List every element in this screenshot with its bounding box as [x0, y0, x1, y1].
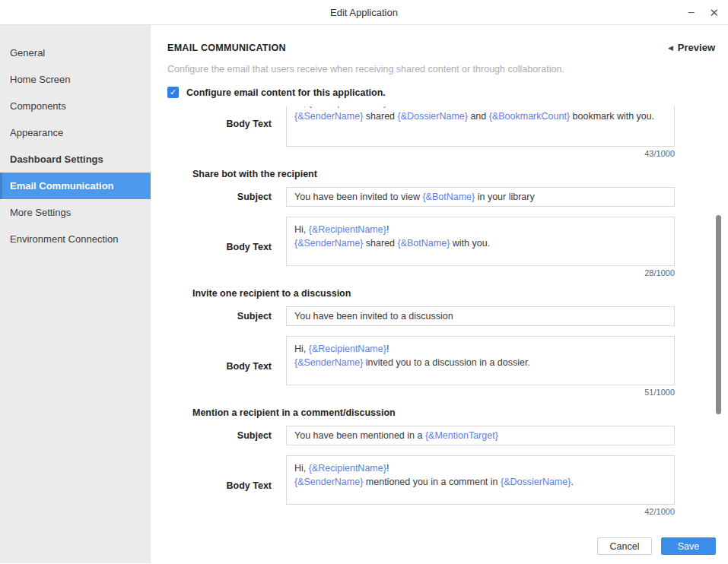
template-token: {&BotName} — [422, 192, 475, 202]
collapse-left-icon: ◀ — [668, 44, 673, 52]
field-box-wrap: You have been invited to view {&BotName}… — [286, 187, 675, 207]
field-label: Body Text — [167, 361, 286, 372]
field-label: Body Text — [167, 119, 286, 129]
sections: Body TextHi, {&RecipientName}!{&SenderNa… — [167, 106, 728, 516]
check-icon: ✓ — [170, 88, 176, 97]
template-token: {&SenderName} — [294, 357, 363, 368]
page-title: EMAIL COMMUNICATION — [167, 43, 286, 53]
close-icon[interactable]: ✕ — [709, 7, 719, 18]
char-counter: 43/1000 — [286, 149, 675, 158]
text-run: . — [571, 477, 573, 487]
field-label: Body Text — [167, 480, 286, 491]
section-heading: Invite one recipient to a discussion — [192, 288, 728, 299]
email-template-section: Invite one recipient to a discussionSubj… — [167, 288, 728, 397]
field-row: Body TextHi, {&RecipientName}!{&SenderNa… — [167, 217, 728, 277]
email-template-section: Mention a recipient in a comment/discuss… — [167, 407, 728, 516]
field-box-wrap: Hi, {&RecipientName}!{&SenderName} invit… — [286, 336, 675, 397]
text-run: Hi, — [294, 106, 309, 108]
sidebar-item-email-communication[interactable]: Email Communication — [0, 173, 151, 199]
save-button[interactable]: Save — [661, 537, 716, 555]
sidebar-item-general[interactable]: General — [0, 40, 151, 66]
body-text-input[interactable]: Hi, {&RecipientName}!{&SenderName} share… — [286, 106, 675, 147]
text-run: shared — [363, 111, 397, 122]
field-label: Subject — [167, 430, 286, 441]
text-run: ! — [386, 106, 389, 108]
field-row: SubjectYou have been invited to view {&B… — [167, 187, 728, 207]
text-run: ! — [386, 224, 389, 235]
subject-input[interactable]: You have been invited to a discussion — [286, 306, 675, 326]
preview-button[interactable]: ◀ Preview — [668, 42, 715, 53]
email-template-section: Body TextHi, {&RecipientName}!{&SenderNa… — [167, 106, 728, 158]
template-token: {&RecipientName} — [309, 344, 386, 354]
subject-input[interactable]: You have been invited to view {&BotName}… — [286, 187, 675, 207]
field-box-wrap: Hi, {&RecipientName}!{&SenderName} share… — [286, 217, 675, 277]
text-line: Hi, {&RecipientName}! — [294, 461, 666, 475]
sidebar-item-more-settings[interactable]: More Settings — [0, 199, 151, 226]
template-token: {&SenderName} — [294, 238, 363, 249]
template-token: {&RecipientName} — [309, 106, 386, 108]
text-line: You have been invited to view {&BotName}… — [294, 192, 535, 202]
char-counter: 51/1000 — [286, 388, 675, 397]
content-header: EMAIL COMMUNICATION ◀ Preview — [167, 42, 728, 53]
text-run: and — [468, 111, 489, 122]
field-label: Subject — [167, 311, 286, 322]
content-panel: EMAIL COMMUNICATION ◀ Preview Configure … — [151, 25, 728, 563]
window-controls: – ✕ — [688, 0, 719, 25]
preview-label: Preview — [678, 42, 715, 53]
body-text-input[interactable]: Hi, {&RecipientName}!{&SenderName} share… — [286, 217, 675, 266]
text-run: ! — [386, 463, 389, 474]
char-counter: 42/1000 — [286, 507, 675, 516]
scrollbar-thumb[interactable] — [716, 215, 721, 414]
field-row: Body TextHi, {&RecipientName}!{&SenderNa… — [167, 455, 728, 516]
text-run: invited you to a discussion in a dossier… — [363, 357, 530, 368]
text-run: mentioned you in a comment in — [363, 477, 501, 487]
section-heading: Mention a recipient in a comment/discuss… — [192, 407, 728, 418]
sidebar-item-environment-connection[interactable]: Environment Connection — [0, 226, 151, 252]
field-box-wrap: You have been invited to a discussion — [286, 306, 675, 326]
field-label: Body Text — [167, 242, 286, 252]
template-token: {&RecipientName} — [309, 463, 386, 474]
template-token: {&BotName} — [398, 238, 450, 249]
cancel-button[interactable]: Cancel — [597, 537, 652, 555]
field-label: Subject — [167, 192, 286, 202]
text-run: bookmark with you. — [570, 111, 654, 122]
configure-email-checkbox[interactable]: ✓ — [167, 87, 179, 98]
sidebar-item-home-screen[interactable]: Home Screen — [0, 66, 151, 93]
field-box-wrap: You have been mentioned in a {&MentionTa… — [286, 426, 675, 445]
text-line: {&SenderName} shared {&BotName} with you… — [294, 236, 666, 250]
subject-input[interactable]: You have been mentioned in a {&MentionTa… — [286, 426, 675, 445]
template-token: {&SenderName} — [294, 111, 363, 122]
text-run: with you. — [450, 238, 490, 249]
configure-email-checkbox-label: Configure email content for this applica… — [186, 87, 386, 98]
text-line: {&SenderName} mentioned you in a comment… — [294, 475, 666, 489]
body-text-input[interactable]: Hi, {&RecipientName}!{&SenderName} menti… — [286, 455, 675, 505]
template-token: {&RecipientName} — [309, 224, 386, 235]
field-row: SubjectYou have been mentioned in a {&Me… — [167, 426, 728, 445]
sidebar-item-components[interactable]: Components — [0, 93, 151, 119]
sidebar-item-dashboard-settings[interactable]: Dashboard Settings — [0, 146, 151, 173]
template-token: {&BookmarkCount} — [489, 111, 570, 122]
text-line: Hi, {&RecipientName}! — [294, 342, 666, 356]
configure-email-row: ✓ Configure email content for this appli… — [167, 87, 728, 98]
text-run: shared — [363, 238, 397, 249]
text-line: Hi, {&RecipientName}! — [294, 223, 666, 236]
sidebar: GeneralHome ScreenComponentsAppearanceDa… — [0, 25, 151, 563]
text-run: Hi, — [294, 344, 309, 354]
text-run: ! — [386, 344, 389, 354]
template-token: {&MentionTarget} — [425, 430, 498, 441]
sidebar-item-appearance[interactable]: Appearance — [0, 119, 151, 146]
char-counter: 28/1000 — [286, 268, 675, 277]
minimize-icon[interactable]: – — [688, 6, 695, 17]
dialog-body: GeneralHome ScreenComponentsAppearanceDa… — [0, 25, 728, 563]
text-run: Hi, — [294, 224, 309, 235]
body-text-input[interactable]: Hi, {&RecipientName}!{&SenderName} invit… — [286, 336, 675, 385]
text-run: You have been mentioned in a — [294, 430, 425, 441]
footer-actions: Cancel Save — [597, 537, 716, 555]
text-line: You have been invited to a discussion — [294, 311, 453, 322]
text-line: You have been mentioned in a {&MentionTa… — [294, 430, 498, 441]
text-run: Hi, — [294, 463, 309, 474]
field-box-wrap: Hi, {&RecipientName}!{&SenderName} share… — [286, 106, 675, 158]
section-heading: Share bot with the recipient — [192, 169, 728, 179]
titlebar: Edit Application – ✕ — [0, 0, 728, 25]
text-line: {&SenderName} invited you to a discussio… — [294, 356, 666, 369]
